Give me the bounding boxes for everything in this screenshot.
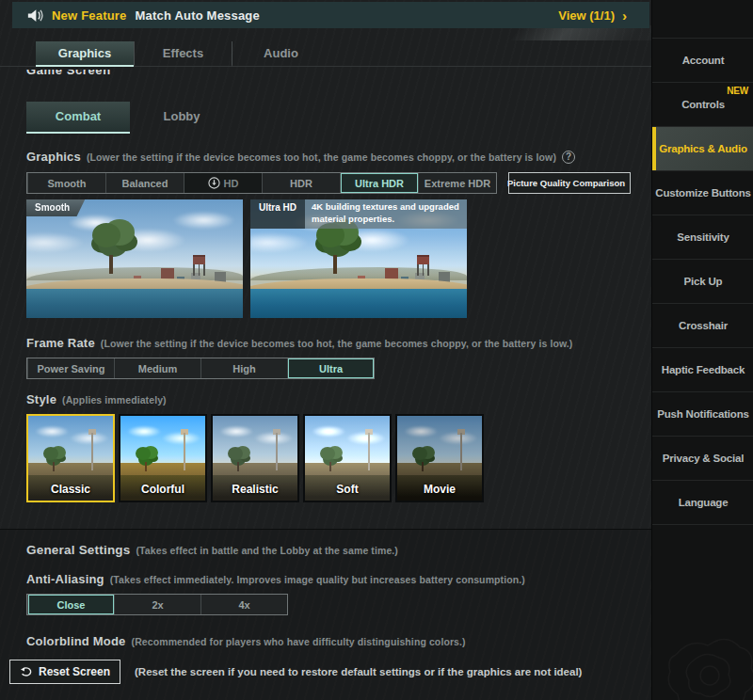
- anti-aliasing-option[interactable]: 2x: [114, 595, 200, 614]
- undo-icon: [20, 666, 32, 677]
- new-badge: NEW: [727, 86, 748, 96]
- reset-screen-button[interactable]: Reset Screen: [9, 660, 120, 684]
- settings-screen: New Feature Match Auto Message View (1/1…: [0, 0, 753, 700]
- graphics-quality-option[interactable]: Balanced: [105, 173, 184, 193]
- frame-rate-option[interactable]: Power Saving: [27, 358, 114, 378]
- style-option-label: Soft: [305, 483, 390, 496]
- mode-tab[interactable]: Lobby: [130, 102, 233, 134]
- settings-sidebar: Account Controls NEW Graphics & Audio Cu…: [651, 0, 753, 700]
- anti-aliasing-option[interactable]: 4x: [200, 595, 287, 614]
- scene-water: [250, 289, 467, 319]
- style-option-label: Realistic: [213, 483, 297, 496]
- style-option-label: Classic: [28, 483, 113, 496]
- preview-label-chip: Ultra HD: [250, 199, 305, 229]
- main-panel: New Feature Match Auto Message View (1/1…: [0, 0, 651, 700]
- chevron-right-icon: ›: [622, 8, 627, 23]
- graphics-quality-option[interactable]: Ultra HDR: [340, 173, 418, 193]
- new-feature-label: New Feature: [52, 8, 127, 23]
- sidebar-item[interactable]: Controls NEW: [652, 83, 753, 127]
- speaker-icon: [27, 8, 43, 23]
- sidebar-item[interactable]: Language: [652, 481, 753, 525]
- sidebar-item[interactable]: Customize Buttons: [652, 171, 753, 215]
- colorblind-mode-label: Colorblind Mode (Recommended for players…: [26, 634, 466, 648]
- style-option-label: Movie: [397, 483, 482, 496]
- sidebar-item[interactable]: Pick Up: [652, 260, 753, 304]
- sidebar-items: Account Controls NEW Graphics & Audio Cu…: [652, 38, 753, 525]
- sidebar-item[interactable]: Account: [652, 39, 753, 83]
- frame-rate-option[interactable]: High: [200, 358, 287, 378]
- style-option[interactable]: Soft: [303, 414, 392, 502]
- anti-aliasing-options: Close 2x 4x: [26, 594, 288, 615]
- sidebar-item[interactable]: Privacy & Social: [652, 437, 753, 481]
- preview-smooth: Smooth: [26, 199, 243, 318]
- style-section-label: Style (Applies immediately): [26, 392, 167, 406]
- general-settings-label: General Settings (Takes effect in battle…: [26, 543, 398, 557]
- frame-rate-option[interactable]: Ultra: [287, 358, 374, 378]
- view-button[interactable]: View (1/1) ›: [558, 8, 627, 23]
- style-option[interactable]: Classic: [26, 414, 115, 502]
- preview-caption-bar: Ultra HD 4K building textures and upgrad…: [250, 199, 467, 229]
- anti-aliasing-label: Anti-Aliasing (Takes effect immediately.…: [26, 572, 525, 586]
- announcement-bar: New Feature Match Auto Message View (1/1…: [12, 2, 649, 28]
- sidebar-item[interactable]: Push Notifications: [652, 392, 753, 437]
- mode-tabs: Combat Lobby: [26, 102, 233, 134]
- anti-aliasing-option[interactable]: Close: [27, 595, 114, 614]
- clipped-section-heading: Game Screen: [26, 70, 233, 78]
- announcement-text: Match Auto Message: [136, 8, 260, 23]
- reset-row: Reset Screen (Reset the screen if you ne…: [9, 660, 582, 684]
- preview-scene: [26, 199, 243, 318]
- preview-ultra-hd: Ultra HD 4K building textures and upgrad…: [250, 199, 467, 318]
- sidebar-item[interactable]: Sensitivity: [652, 215, 753, 260]
- view-label: View (1/1): [558, 8, 615, 23]
- preview-label-chip: Smooth: [26, 199, 85, 216]
- download-icon: [208, 177, 220, 189]
- picture-quality-comparison-button[interactable]: Picture Quality Comparison: [508, 172, 631, 194]
- sidebar-item[interactable]: Haptic Feedback: [652, 348, 753, 392]
- style-options: Classic Colorful: [26, 414, 484, 502]
- decorative-emblem: [657, 589, 753, 700]
- reset-hint: (Reset the screen if you need to restore…: [135, 666, 582, 677]
- style-option[interactable]: Realistic: [211, 414, 299, 502]
- graphics-quality-option[interactable]: Extreme HDR: [418, 173, 496, 193]
- graphics-quality-options: Smooth Balanced: [26, 172, 497, 194]
- top-tabs: Graphics Effects Audio: [36, 41, 329, 67]
- scene-water-tower: [193, 255, 205, 278]
- frame-rate-options: Power Saving Medium High Ultra: [26, 358, 375, 379]
- style-option[interactable]: Colorful: [119, 414, 207, 502]
- tab[interactable]: Graphics: [36, 41, 134, 67]
- sidebar-item[interactable]: Crosshair: [652, 304, 753, 348]
- graphics-section-label: Graphics (Lower the setting if the devic…: [26, 150, 575, 164]
- tab[interactable]: Audio: [232, 41, 329, 67]
- scene-tree: [85, 219, 137, 276]
- scene-water: [26, 289, 243, 319]
- frame-rate-section-label: Frame Rate (Lower the setting if the dev…: [26, 336, 572, 350]
- help-icon[interactable]: ?: [562, 151, 575, 164]
- graphics-quality-option[interactable]: HDR: [262, 173, 340, 193]
- sidebar-item[interactable]: Graphics & Audio: [652, 127, 753, 171]
- mode-tab[interactable]: Combat: [26, 102, 130, 134]
- style-option[interactable]: Movie: [395, 414, 484, 502]
- style-option-label: Colorful: [120, 483, 205, 496]
- scene-water-tower: [417, 255, 429, 278]
- tab[interactable]: Effects: [134, 41, 232, 67]
- preview-caption: 4K building textures and upgraded materi…: [305, 199, 467, 229]
- graphics-quality-option[interactable]: HD: [184, 173, 262, 193]
- frame-rate-option[interactable]: Medium: [114, 358, 200, 378]
- graphics-quality-option[interactable]: Smooth: [27, 173, 105, 193]
